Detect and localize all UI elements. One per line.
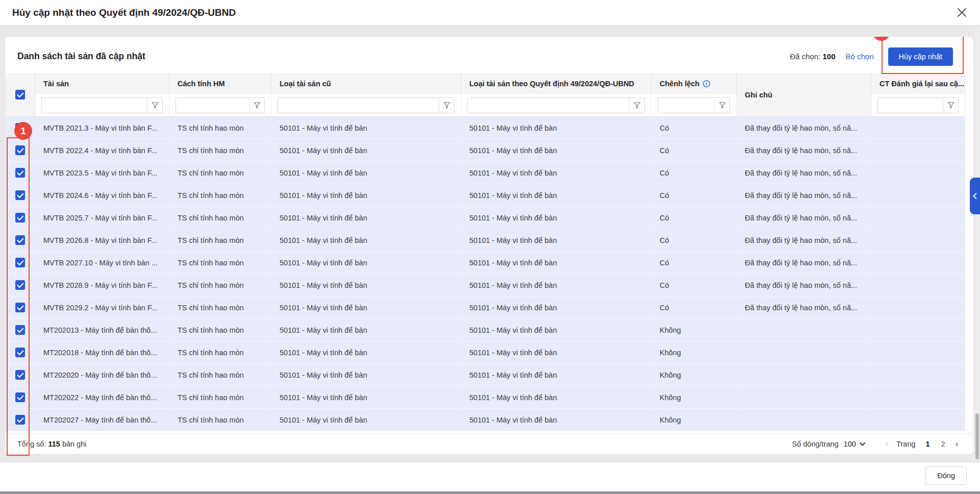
new-type-filter-input[interactable] xyxy=(468,98,629,113)
cell-revaluation xyxy=(871,274,965,296)
revaluation-filter-input[interactable] xyxy=(878,98,943,113)
cell-diff: Có xyxy=(651,297,737,318)
diff-filter-input[interactable] xyxy=(658,98,714,113)
cell-new-type: 50101 - Máy vi tính để bàn xyxy=(461,184,651,206)
row-checkbox-cell xyxy=(5,319,35,341)
cell-note: Đã thay đổi tỷ lệ hao mòn, số nă... xyxy=(737,117,871,139)
cell-diff: Có xyxy=(651,207,737,229)
panel-title: Danh sách tài sản đã cập nhật xyxy=(17,51,145,62)
row-checkbox[interactable] xyxy=(15,370,25,380)
page-2-button[interactable]: 2 xyxy=(938,440,948,448)
selected-count: Đã chọn: 100 xyxy=(790,52,835,61)
row-checkbox[interactable] xyxy=(15,415,25,425)
scrollbar-thumb[interactable] xyxy=(975,413,979,459)
table-header: Tài sản Cách tính HM Loại tài sản cũ Loạ… xyxy=(5,73,965,117)
table-row[interactable]: MVTB 2024.6 - Máy vi tính bàn F... TS ch… xyxy=(5,184,965,207)
asset-filter-input[interactable] xyxy=(42,98,147,113)
cell-old-type: 50101 - Máy vi tính để bàn xyxy=(271,341,461,363)
cell-old-type: 50101 - Máy vi tính để bàn xyxy=(271,229,461,251)
table-row[interactable]: MT202022 - Máy tính để bàn thô... TS chỉ… xyxy=(5,386,965,409)
cell-new-type: 50101 - Máy vi tính để bàn xyxy=(461,229,651,251)
cell-revaluation xyxy=(871,229,965,251)
table-row[interactable]: MT202020 - Máy tính để bàn thô... TS chỉ… xyxy=(5,364,965,386)
filter-cell-revaluation xyxy=(871,94,965,116)
rows-per-page-select[interactable]: 100 xyxy=(844,440,865,448)
funnel-icon[interactable] xyxy=(629,98,644,113)
close-icon[interactable] xyxy=(957,8,967,17)
table-row[interactable]: MT202013 - Máy tính để bàn thô... TS chỉ… xyxy=(5,319,965,341)
cancel-update-button-area: 2 Hủy cập nhật xyxy=(888,47,953,66)
cell-diff: Có xyxy=(651,252,737,274)
cell-new-type: 50101 - Máy vi tính để bàn xyxy=(461,274,651,296)
column-header-method: Cách tính HM xyxy=(169,73,271,94)
table-row[interactable]: MT202018 - Máy tính để bàn thô... TS chỉ… xyxy=(5,341,965,364)
row-checkbox[interactable] xyxy=(15,325,25,335)
prev-page-button[interactable]: ‹ xyxy=(884,439,890,449)
page-1-button[interactable]: 1 xyxy=(923,440,933,448)
cancel-update-button[interactable]: Hủy cập nhật xyxy=(888,47,953,66)
funnel-icon[interactable] xyxy=(147,98,162,113)
cell-method: TS chỉ tính hao mòn xyxy=(169,117,271,139)
row-checkbox[interactable] xyxy=(15,168,25,178)
row-checkbox[interactable] xyxy=(15,303,25,312)
cell-old-type: 50101 - Máy vi tính để bàn xyxy=(271,207,461,229)
table-row[interactable]: MVTB 2023.5 - Máy vi tính bàn F... TS ch… xyxy=(5,162,965,184)
cell-note xyxy=(737,341,871,363)
cell-method: TS chỉ tính hao mòn xyxy=(169,341,271,363)
row-checkbox[interactable] xyxy=(15,258,25,267)
row-checkbox-cell xyxy=(5,139,35,161)
next-page-button[interactable]: › xyxy=(953,439,960,449)
cell-diff: Không xyxy=(651,319,737,341)
deselect-link[interactable]: Bỏ chọn xyxy=(846,52,874,61)
method-filter-input[interactable] xyxy=(176,98,249,113)
cell-asset: MVTB 2028.9 - Máy vi tính bàn F... xyxy=(35,274,169,296)
funnel-icon[interactable] xyxy=(249,98,264,113)
row-checkbox[interactable] xyxy=(15,190,25,200)
row-checkbox-cell xyxy=(5,274,35,296)
table-row[interactable]: MVTB 2021.3 - Máy vi tính bàn F... TS ch… xyxy=(5,117,965,139)
cell-old-type: 50101 - Máy vi tính để bàn xyxy=(271,184,461,206)
cell-old-type: 50101 - Máy vi tính để bàn xyxy=(271,117,461,139)
cell-diff: Có xyxy=(651,162,737,184)
table-row[interactable]: MVTB 2029.2 - Máy vi tính bàn F... TS ch… xyxy=(5,297,965,319)
info-icon[interactable] xyxy=(702,80,711,88)
cell-diff: Có xyxy=(651,274,737,296)
cell-diff: Có xyxy=(651,117,737,139)
vertical-scrollbar[interactable] xyxy=(975,26,979,459)
close-button[interactable]: Đóng xyxy=(925,466,967,485)
funnel-icon[interactable] xyxy=(439,98,454,113)
assets-table: Tài sản Cách tính HM Loại tài sản cũ Loạ… xyxy=(5,73,973,433)
page-label: Trang xyxy=(896,440,915,448)
row-checkbox[interactable] xyxy=(15,348,25,357)
cell-revaluation xyxy=(871,162,965,184)
row-checkbox-cell xyxy=(5,184,35,206)
table-row[interactable]: MT202027 - Máy tính để bàn thô... TS chỉ… xyxy=(5,409,965,431)
row-checkbox-cell xyxy=(5,162,35,184)
cell-new-type: 50101 - Máy vi tính để bàn xyxy=(461,386,651,408)
funnel-icon[interactable] xyxy=(714,98,730,113)
row-checkbox[interactable] xyxy=(15,280,25,290)
table-row[interactable]: MVTB 2022.4 - Máy vi tính bàn F... TS ch… xyxy=(5,139,965,162)
table-row[interactable]: MVTB 2027.10 - Máy vi tính bàn ... TS ch… xyxy=(5,252,965,274)
funnel-icon[interactable] xyxy=(943,98,958,113)
table-row[interactable]: MVTB 2025.7 - Máy vi tính bàn F... TS ch… xyxy=(5,207,965,229)
old-type-filter-input[interactable] xyxy=(278,98,439,113)
collapse-panel-tab[interactable] xyxy=(970,178,980,214)
cell-old-type: 50101 - Máy vi tính để bàn xyxy=(271,139,461,161)
cell-new-type: 50101 - Máy vi tính để bàn xyxy=(461,162,651,184)
table-row[interactable]: MVTB 2026.8 - Máy vi tính bàn F... TS ch… xyxy=(5,229,965,252)
row-checkbox[interactable] xyxy=(15,213,25,223)
cell-revaluation xyxy=(871,139,965,161)
table-row[interactable]: MVTB 2028.9 - Máy vi tính bàn F... TS ch… xyxy=(5,274,965,297)
row-checkbox[interactable] xyxy=(15,145,25,155)
column-header-diff: Chênh lệch xyxy=(651,73,737,94)
row-checkbox-cell xyxy=(5,297,35,318)
row-checkbox[interactable] xyxy=(15,392,25,402)
cell-diff: Không xyxy=(651,386,737,408)
cell-old-type: 50101 - Máy vi tính để bàn xyxy=(271,386,461,408)
select-all-checkbox[interactable] xyxy=(15,90,25,100)
cell-revaluation xyxy=(871,409,965,431)
row-checkbox[interactable] xyxy=(15,235,25,245)
cell-method: TS chỉ tính hao mòn xyxy=(169,207,271,229)
cell-note: Đã thay đổi tỷ lệ hao mòn, số nă... xyxy=(737,207,871,229)
